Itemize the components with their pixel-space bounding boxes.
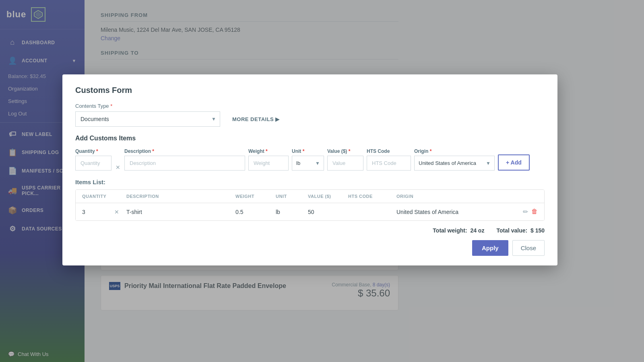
col-header-description: DESCRIPTION [126,194,235,199]
col-header-spacer [114,194,126,199]
clear-quantity-button[interactable]: ✕ [115,164,121,171]
row-description: T-shirt [126,209,235,215]
total-value-label: Total value: $ 150 [496,227,545,234]
totals-row: Total weight: 24 oz Total value: $ 150 [75,227,545,234]
unit-label: Unit * [292,148,324,154]
apply-button[interactable]: Apply [472,240,508,256]
unit-select-wrapper: lb oz kg ▼ [292,156,324,171]
edit-row-button[interactable]: ✏ [523,208,528,216]
delete-row-button[interactable]: 🗑 [531,208,538,216]
row-unit: lb [276,209,308,215]
contents-type-select[interactable]: Documents Gift Other Commercial Sample R… [75,111,220,127]
modal-title: Customs Form [75,86,545,95]
quantity-input[interactable] [75,156,111,171]
origin-label: Origin * [414,148,495,154]
customs-form-modal: Customs Form Contents Type * Documents G… [62,74,557,265]
row-origin: United States of America [396,209,506,215]
origin-field-group: Origin * United States of America Canada… [414,148,495,171]
weight-field-group: Weight * [248,148,289,171]
items-table: QUANTITY DESCRIPTION WEIGHT UNIT VALUE (… [75,189,545,221]
col-header-origin: ORIGIN [396,194,506,199]
hts-field-group: HTS Code [367,148,411,171]
close-button[interactable]: Close [512,240,545,256]
unit-select[interactable]: lb oz kg [292,156,324,171]
add-items-form: Quantity * ✕ Description * Weight * Unit… [75,148,545,171]
quantity-label: Quantity * [75,148,111,154]
origin-select-wrapper: United States of America Canada Mexico C… [414,156,495,171]
add-item-button[interactable]: + Add [498,154,530,171]
items-list-title: Items List: [75,179,545,185]
table-row: 3 ✕ T-shirt 0.5 lb 50 United States of A… [76,203,544,220]
weight-input[interactable] [248,156,289,171]
col-header-quantity: QUANTITY [82,194,114,199]
contents-type-wrapper: Documents Gift Other Commercial Sample R… [75,111,220,127]
col-header-weight: WEIGHT [235,194,276,199]
contents-type-field: Contents Type * Documents Gift Other Com… [75,103,545,127]
add-items-title: Add Customs Items [75,135,545,142]
row-weight: 0.5 [235,209,276,215]
col-header-value: VALUE ($) [308,194,348,199]
col-header-actions [506,194,538,199]
row-value: 50 [308,209,348,215]
value-input[interactable] [327,156,363,171]
chevron-right-icon: ▶ [275,116,280,122]
contents-type-label: Contents Type * [75,103,545,109]
origin-select[interactable]: United States of America Canada Mexico C… [414,156,495,171]
description-input[interactable] [124,156,245,171]
value-field-group: Value ($) * [327,148,363,171]
description-field-group: Description * [124,148,245,171]
table-header: QUANTITY DESCRIPTION WEIGHT UNIT VALUE (… [76,190,544,203]
col-header-hts: HTS CODE [348,194,396,199]
total-weight-label: Total weight: 24 oz [433,227,484,234]
total-weight-value: 24 oz [470,227,484,234]
contents-required-marker: * [110,103,112,109]
row-actions: ✏ 🗑 [506,208,538,216]
total-value-value: $ 150 [530,227,545,234]
hts-input[interactable] [367,156,411,171]
more-details-link[interactable]: MORE DETAILS ▶ [232,116,280,122]
col-header-unit: UNIT [276,194,308,199]
quantity-field-group: Quantity * [75,148,111,171]
hts-label: HTS Code [367,148,411,154]
row-quantity: 3 [82,209,114,215]
value-label: Value ($) * [327,148,363,154]
unit-field-group: Unit * lb oz kg ▼ [292,148,324,171]
description-label: Description * [124,148,245,154]
weight-label: Weight * [248,148,289,154]
modal-footer: Apply Close [75,240,545,256]
row-clear-icon: ✕ [114,209,126,215]
contents-type-row: Documents Gift Other Commercial Sample R… [75,111,545,127]
